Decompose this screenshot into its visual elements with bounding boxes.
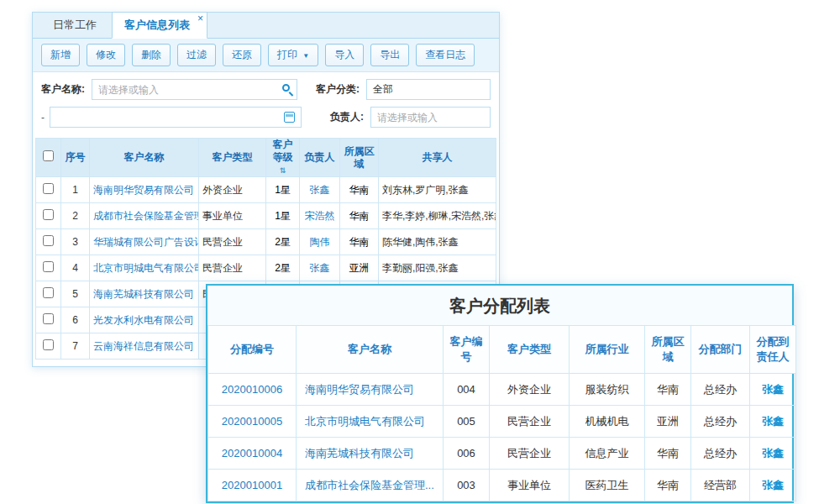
- owner-link[interactable]: 张鑫: [300, 255, 340, 281]
- customer-name-input[interactable]: [92, 79, 297, 100]
- col-header-assignee: 分配到责任人: [750, 326, 796, 374]
- date-field-wrap: [50, 107, 302, 128]
- owner-link[interactable]: 张鑫: [300, 177, 340, 203]
- owner-label: 负责人:: [330, 110, 364, 124]
- region: 华南: [645, 470, 691, 501]
- col-header-shared: 共享人: [379, 139, 496, 177]
- assignee-link[interactable]: 张鑫: [750, 438, 796, 470]
- allocation-row: 2020010006 海南明华贸易有限公司 004 外资企业 服装纺织 华南 总…: [208, 374, 796, 406]
- customer-name-link[interactable]: 北京市明城电气有限公司: [297, 406, 444, 438]
- tab-customer-info-list[interactable]: 客户信息列表 ×: [112, 12, 207, 39]
- select-all-cell: [36, 139, 61, 177]
- add-button[interactable]: 新增: [41, 44, 80, 66]
- import-button[interactable]: 导入: [325, 44, 364, 66]
- view-log-button[interactable]: 查看日志: [416, 44, 475, 66]
- row-checkbox[interactable]: [43, 183, 54, 194]
- customer-type: 事业单位: [199, 203, 266, 229]
- customer-name-link[interactable]: 成都市社会保险基金管理...: [90, 203, 199, 229]
- table-row: 3 华瑞城有限公司广告设计部 民营企业 2星 陶伟 华南 陈华健,陶伟,张鑫: [36, 229, 496, 255]
- date-input[interactable]: [50, 107, 302, 128]
- tab-label: 客户信息列表: [124, 18, 190, 31]
- alloc-dept: 总经办: [691, 374, 750, 406]
- allocation-header-row: 分配编号 客户名称 客户编号 客户类型 所属行业 所属区域 分配部门 分配到责任…: [208, 326, 796, 374]
- customer-type: 外资企业: [199, 177, 266, 203]
- customer-name-field-wrap: [92, 79, 297, 100]
- customer-name-link[interactable]: 华瑞城有限公司广告设计部: [90, 229, 199, 255]
- tab-daily-work[interactable]: 日常工作: [41, 13, 108, 38]
- customer-type: 民营企业: [199, 229, 266, 255]
- region: 华南: [340, 229, 379, 255]
- customer-no: 005: [444, 406, 490, 438]
- customer-no: 004: [444, 374, 490, 406]
- row-checkbox[interactable]: [43, 339, 54, 350]
- edit-button[interactable]: 修改: [87, 44, 125, 66]
- row-checkbox[interactable]: [43, 209, 54, 220]
- col-header-customer-level: 客户等级 ⇅: [266, 139, 300, 177]
- customer-name-link[interactable]: 海南芜城科技有限公司: [90, 281, 199, 307]
- allocation-list-panel: 客户分配列表 分配编号 客户名称 客户编号 客户类型 所属行业 所属区域 分配部…: [206, 284, 794, 503]
- delete-button[interactable]: 删除: [132, 44, 171, 66]
- allocation-row: 2020010001 成都市社会保险基金管理... 003 事业单位 医药卫生 …: [208, 470, 796, 501]
- customer-name-link[interactable]: 海南明华贸易有限公司: [90, 177, 199, 203]
- col-header-customer-name: 客户名称: [90, 139, 199, 177]
- allocation-panel-title: 客户分配列表: [207, 286, 792, 325]
- caret-down-icon: ▼: [302, 52, 309, 60]
- row-checkbox-cell: [36, 255, 61, 281]
- print-button-label: 打印: [277, 49, 297, 60]
- region: 华南: [340, 177, 379, 203]
- owner-link[interactable]: 宋浩然: [300, 203, 340, 229]
- owner-link[interactable]: 陶伟: [300, 229, 340, 255]
- row-number: 3: [61, 229, 90, 255]
- col-header-industry: 所属行业: [570, 326, 645, 374]
- customer-name-link[interactable]: 北京市明城电气有限公司: [90, 255, 199, 281]
- alloc-dept: 总经办: [691, 438, 750, 470]
- customer-name-link[interactable]: 成都市社会保险基金管理...: [297, 470, 444, 501]
- owner-input[interactable]: [370, 107, 491, 128]
- customer-name-link[interactable]: 海南芜城科技有限公司: [297, 438, 444, 470]
- alloc-no-link[interactable]: 2020010005: [208, 406, 297, 438]
- row-checkbox[interactable]: [43, 287, 54, 298]
- filter-row-1: 客户名称: 客户分类: 全部: [41, 79, 491, 100]
- restore-button[interactable]: 还原: [223, 44, 261, 66]
- table-row: 4 北京市明城电气有限公司 民营企业 2星 张鑫 亚洲 李勤丽,阳强,张鑫: [36, 255, 496, 281]
- customer-type: 事业单位: [490, 470, 570, 501]
- alloc-no-link[interactable]: 2020010001: [208, 470, 297, 501]
- calendar-icon[interactable]: [284, 112, 295, 123]
- owner-field-wrap: [370, 107, 491, 128]
- export-button[interactable]: 导出: [370, 44, 409, 66]
- row-checkbox[interactable]: [43, 313, 54, 324]
- industry: 服装纺织: [570, 374, 645, 406]
- search-icon[interactable]: [282, 84, 290, 92]
- row-number: 7: [61, 333, 90, 360]
- row-checkbox-cell: [36, 307, 61, 333]
- customer-type: 民营企业: [490, 406, 570, 438]
- close-icon[interactable]: ×: [197, 13, 203, 24]
- filter-button[interactable]: 过滤: [177, 44, 216, 66]
- alloc-no-link[interactable]: 2020010006: [208, 374, 297, 406]
- customer-name-link[interactable]: 海南明华贸易有限公司: [297, 374, 444, 406]
- row-checkbox-cell: [36, 229, 61, 255]
- print-button[interactable]: 打印 ▼: [268, 44, 318, 66]
- customer-name-label: 客户名称:: [41, 82, 85, 97]
- assignee-link[interactable]: 张鑫: [750, 374, 796, 406]
- filter-section: 客户名称: 客户分类: 全部 - 负责人:: [33, 72, 499, 136]
- row-checkbox-cell: [36, 333, 61, 360]
- industry: 信息产业: [570, 438, 645, 470]
- sort-icon[interactable]: ⇅: [280, 166, 286, 176]
- select-all-checkbox[interactable]: [43, 150, 54, 161]
- row-checkbox[interactable]: [43, 261, 54, 272]
- col-header-no: 序号: [61, 139, 90, 177]
- customer-category-select[interactable]: 全部: [366, 79, 491, 100]
- desktop-background: 日常工作 客户信息列表 × 新增 修改 删除 过滤 还原 打印 ▼ 导入 导出 …: [0, 0, 840, 504]
- assignee-link[interactable]: 张鑫: [750, 406, 796, 438]
- shared-persons: 刘东林,罗广明,张鑫: [379, 177, 496, 203]
- assignee-link[interactable]: 张鑫: [750, 470, 796, 501]
- alloc-no-link[interactable]: 2020010004: [208, 438, 297, 470]
- customer-name-link[interactable]: 光发水利水电有限公司: [90, 307, 199, 333]
- customer-name-link[interactable]: 云南海祥信息有限公司: [90, 333, 199, 360]
- customer-level: 2星: [266, 255, 300, 281]
- date-range-dash: -: [41, 112, 45, 123]
- customer-type: 民营企业: [490, 438, 570, 470]
- row-checkbox[interactable]: [43, 235, 54, 246]
- col-header-dept: 分配部门: [691, 326, 750, 374]
